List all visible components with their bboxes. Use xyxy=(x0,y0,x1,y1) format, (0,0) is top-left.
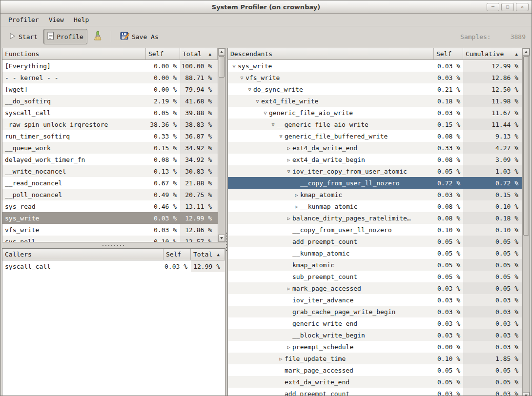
expander-open-icon[interactable]: ▽ xyxy=(269,122,277,127)
table-row[interactable]: generic_write_end0.03 %0.03 % xyxy=(228,317,522,329)
functions-vertical-scrollbar[interactable] xyxy=(218,48,225,242)
menu-item-view[interactable]: View xyxy=(44,15,69,25)
expander-open-icon[interactable]: ▽ xyxy=(238,75,246,80)
table-row[interactable]: ▷mark_page_accessed0.03 %0.05 % xyxy=(228,282,522,294)
functions-column-header[interactable]: Functions xyxy=(2,48,146,60)
expander-open-icon[interactable]: ▽ xyxy=(262,110,269,116)
cumulative-value-cell: 12.50 % xyxy=(463,83,522,95)
function-name-cell: [wget] xyxy=(2,83,146,95)
table-row[interactable]: __do_softirq2.19 %41.68 % xyxy=(2,95,218,107)
titlebar[interactable]: System Profiler (on crownbay) – □ ✕ xyxy=(0,0,532,14)
vertical-pane-splitter[interactable] xyxy=(225,48,227,396)
expander-open-icon[interactable]: ▽ xyxy=(254,99,261,104)
table-row[interactable]: ▽do_sync_write0.21 %12.50 % xyxy=(228,83,522,95)
self-column-header[interactable]: Self xyxy=(146,48,180,60)
table-row[interactable]: add_preempt_count0.03 %0.03 % xyxy=(228,388,522,396)
descendants-column-header[interactable]: Descendants xyxy=(228,48,434,60)
expander-open-icon[interactable]: ▽ xyxy=(230,63,238,69)
self-column-header[interactable]: Self xyxy=(434,48,463,60)
total-column-header[interactable]: Total▲ xyxy=(180,48,218,60)
table-row[interactable]: ▽vfs_write0.03 %12.86 % xyxy=(228,72,522,83)
self-value-cell: 0.10 % xyxy=(146,236,180,242)
minimize-button[interactable]: – xyxy=(487,3,499,11)
expander-closed-icon[interactable]: ▷ xyxy=(285,344,292,350)
expander-closed-icon[interactable]: ▷ xyxy=(293,192,300,198)
table-row[interactable]: __copy_from_user_ll_nozero0.10 %0.10 % xyxy=(228,224,522,236)
start-button[interactable]: Start xyxy=(4,29,41,44)
table-row[interactable]: ▷ext4_da_write_begin0.08 %3.09 % xyxy=(228,154,522,165)
table-row[interactable]: __queue_work0.15 %34.92 % xyxy=(2,142,218,154)
profile-toggle-button[interactable]: Profile xyxy=(43,29,87,44)
expander-closed-icon[interactable]: ▷ xyxy=(285,216,292,221)
table-row[interactable]: sub_preempt_count0.05 %0.05 % xyxy=(228,271,522,282)
table-row[interactable]: ▽generic_file_buffered_write0.08 %9.13 % xyxy=(228,130,522,142)
table-row[interactable]: ▷ext4_da_write_end0.33 %4.27 % xyxy=(228,142,522,154)
table-row[interactable]: __kunmap_atomic0.05 %0.05 % xyxy=(228,247,522,259)
table-row[interactable]: [wget]0.00 %79.94 % xyxy=(2,83,218,95)
table-row[interactable]: [Everything]0.00 %100.00 % xyxy=(2,60,218,72)
expander-closed-icon[interactable]: ▷ xyxy=(285,157,292,162)
table-row[interactable]: ▽iov_iter_copy_from_user_atomic0.05 %1.0… xyxy=(228,165,522,177)
table-row[interactable]: __block_write_begin0.03 %0.03 % xyxy=(228,329,522,341)
table-row[interactable]: sys_read0.46 %13.11 % xyxy=(2,200,218,212)
expander-open-icon[interactable]: ▽ xyxy=(277,134,285,139)
scroll-down-button[interactable] xyxy=(523,392,530,396)
table-row[interactable]: __read_nocancel0.67 %21.88 % xyxy=(2,177,218,189)
table-row[interactable]: __poll_nocancel0.49 %20.75 % xyxy=(2,189,218,200)
descendants-vertical-scrollbar[interactable] xyxy=(522,48,530,396)
self-column-header[interactable]: Self xyxy=(164,249,191,260)
maximize-button[interactable]: □ xyxy=(501,3,514,11)
table-row[interactable]: ▷__kunmap_atomic0.08 %0.10 % xyxy=(228,200,522,212)
table-row[interactable]: grab_cache_page_write_begin0.03 %0.03 % xyxy=(228,306,522,317)
table-row[interactable]: ▷kmap_atomic0.03 %0.15 % xyxy=(228,189,522,200)
table-row[interactable]: ▷preempt_schedule0.00 %0.03 % xyxy=(228,341,522,353)
expander-closed-icon[interactable]: ▷ xyxy=(277,356,285,361)
scrollbar-trough[interactable] xyxy=(523,56,530,392)
menu-item-help[interactable]: Help xyxy=(69,15,94,25)
menu-item-profiler[interactable]: Profiler xyxy=(3,15,44,25)
close-button[interactable]: ✕ xyxy=(516,3,529,11)
scroll-up-button[interactable] xyxy=(523,48,530,56)
expander-closed-icon[interactable]: ▷ xyxy=(285,286,292,291)
scroll-down-button[interactable] xyxy=(218,235,225,242)
save-as-button[interactable]: Save As xyxy=(116,28,163,45)
table-row[interactable]: ▽generic_file_aio_write0.03 %11.67 % xyxy=(228,107,522,119)
table-row[interactable]: ▽__generic_file_aio_write0.15 %11.44 % xyxy=(228,119,522,130)
self-value-cell: 0.05 % xyxy=(434,165,463,177)
table-row[interactable]: syscall_call0.03 %12.99 % xyxy=(2,260,225,272)
expander-closed-icon[interactable]: ▷ xyxy=(285,145,292,151)
table-row[interactable]: ▽ext4_file_write0.18 %11.98 % xyxy=(228,95,522,107)
table-row[interactable]: __copy_from_user_ll_nozero0.72 %0.72 % xyxy=(228,177,522,189)
table-row[interactable]: - - kernel - -0.00 %88.71 % xyxy=(2,72,218,83)
table-row[interactable]: sys_write0.03 %12.99 % xyxy=(2,212,218,224)
table-row[interactable]: ▷balance_dirty_pages_ratelimite…0.08 %0.… xyxy=(228,212,522,224)
expander-open-icon[interactable]: ▽ xyxy=(285,169,292,174)
horizontal-pane-splitter[interactable] xyxy=(2,242,225,248)
table-row[interactable]: mark_page_accessed0.05 %0.05 % xyxy=(228,364,522,376)
self-value-cell: 0.08 % xyxy=(434,200,463,212)
table-row[interactable]: kmap_atomic0.05 %0.05 % xyxy=(228,259,522,271)
table-row[interactable]: delayed_work_timer_fn0.08 %34.92 % xyxy=(2,154,218,165)
reset-button[interactable] xyxy=(89,28,106,45)
scrollbar-thumb[interactable] xyxy=(523,56,529,236)
table-row[interactable]: syscall_call0.05 %39.88 % xyxy=(2,107,218,119)
cumulative-column-header[interactable]: Cumulative▲ xyxy=(463,48,522,60)
table-row[interactable]: vfs_write0.03 %12.86 % xyxy=(2,224,218,236)
total-column-header[interactable]: Total▲ xyxy=(191,249,225,260)
cumulative-value-cell: 1.85 % xyxy=(463,353,522,364)
expander-closed-icon[interactable]: ▷ xyxy=(293,204,300,209)
table-row[interactable]: iov_iter_advance0.03 %0.03 % xyxy=(228,294,522,306)
table-row[interactable]: add_preempt_count0.05 %0.05 % xyxy=(228,236,522,247)
scrollbar-trough[interactable] xyxy=(218,56,225,235)
table-row[interactable]: sys_poll0.10 %12.57 % xyxy=(2,236,218,242)
table-row[interactable]: ext4_da_write_end0.05 %0.05 % xyxy=(228,376,522,388)
table-row[interactable]: __write_nocancel0.13 %30.83 % xyxy=(2,165,218,177)
table-row[interactable]: _raw_spin_unlock_irqrestore38.36 %38.83 … xyxy=(2,119,218,130)
table-row[interactable]: ▷file_update_time0.10 %1.85 % xyxy=(228,353,522,364)
table-row[interactable]: run_timer_softirq0.33 %36.87 % xyxy=(2,130,218,142)
scrollbar-thumb[interactable] xyxy=(219,56,225,78)
table-row[interactable]: ▽sys_write0.03 %12.99 % xyxy=(228,60,522,72)
expander-open-icon[interactable]: ▽ xyxy=(246,87,253,92)
callers-column-header[interactable]: Callers xyxy=(2,249,164,260)
scroll-up-button[interactable] xyxy=(218,48,225,56)
